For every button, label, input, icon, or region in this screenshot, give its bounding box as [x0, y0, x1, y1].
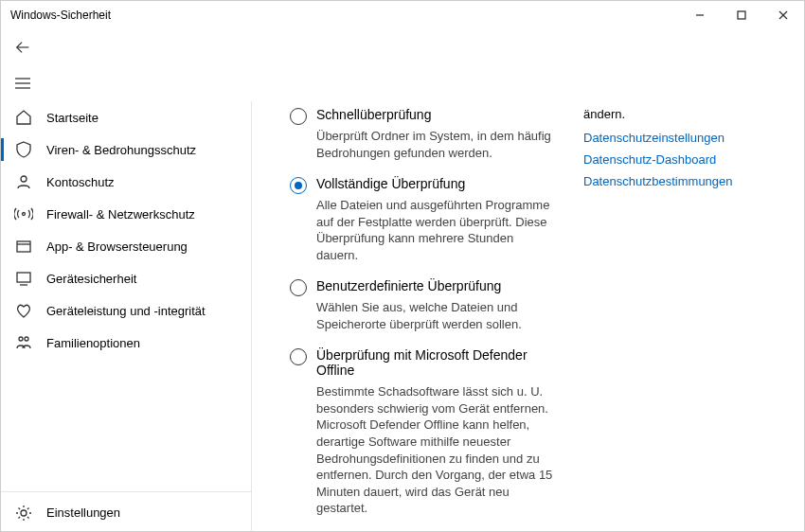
sidebar-item-label: App- & Browsersteuerung: [46, 239, 188, 254]
hamburger-row: [1, 67, 804, 101]
option-desc: Wählen Sie aus, welche Dateien und Speic…: [316, 299, 555, 332]
window-title: Windows-Sicherheit: [10, 9, 679, 22]
svg-rect-1: [738, 11, 745, 19]
sidebar-item-label: Viren- & Bedrohungsschutz: [46, 143, 196, 157]
sidebar-item-firewall[interactable]: Firewall- & Netzwerkschutz: [1, 198, 251, 230]
sidebar-item-label: Firewall- & Netzwerkschutz: [46, 207, 195, 222]
device-icon: [14, 269, 33, 288]
right-text: ändern.: [583, 107, 773, 121]
person-icon: [14, 172, 33, 191]
option-title: Vollständige Überprüfung: [316, 176, 465, 191]
app-icon: [14, 237, 33, 256]
sidebar-item-settings[interactable]: Einstellungen: [1, 491, 251, 532]
gear-icon: [14, 504, 33, 523]
heart-icon: [14, 301, 33, 320]
titlebar: Windows-Sicherheit: [1, 1, 804, 29]
option-desc: Bestimmte Schadsoftware lässt sich u. U.…: [316, 383, 555, 516]
sidebar-item-virus[interactable]: Viren- & Bedrohungsschutz: [1, 133, 251, 166]
radio-icon: [290, 279, 307, 296]
radio-option-quick[interactable]: Schnellüberprüfung: [290, 107, 555, 128]
sidebar-item-app[interactable]: App- & Browsersteuerung: [1, 230, 251, 262]
svg-point-16: [21, 510, 27, 516]
sidebar-item-label: Familienoptionen: [46, 336, 140, 350]
svg-point-15: [25, 337, 28, 341]
link-privacy-settings[interactable]: Datenschutzeinstellungen: [583, 131, 773, 145]
link-privacy-dashboard[interactable]: Datenschutz-Dashboard: [583, 152, 773, 167]
sidebar-item-label: Startseite: [46, 111, 98, 125]
radio-option-offline[interactable]: Überprüfung mit Microsoft Defender Offli…: [290, 347, 555, 383]
close-button[interactable]: [762, 1, 804, 29]
scan-options: Schnellüberprüfung Überprüft Ordner im S…: [290, 107, 555, 532]
sidebar-item-family[interactable]: Familienoptionen: [1, 327, 251, 359]
radio-option-custom[interactable]: Benutzerdefinierte Überprüfung: [290, 278, 555, 299]
option-title: Überprüfung mit Microsoft Defender Offli…: [316, 347, 555, 378]
shield-icon: [14, 140, 33, 159]
sidebar-item-label: Gerätesicherheit: [46, 272, 136, 286]
hamburger-button[interactable]: [15, 77, 30, 93]
radio-icon: [290, 348, 307, 365]
sidebar-item-device[interactable]: Gerätesicherheit: [1, 262, 251, 294]
maximize-button[interactable]: [721, 1, 762, 29]
right-column: ändern. Datenschutzeinstellungen Datensc…: [583, 107, 773, 532]
radio-icon: [290, 177, 307, 194]
sidebar-item-home[interactable]: Startseite: [1, 101, 251, 133]
main-container: Startseite Viren- & Bedrohungsschutz Kon…: [1, 101, 804, 532]
option-title: Benutzerdefinierte Überprüfung: [316, 278, 501, 293]
nav-list: Startseite Viren- & Bedrohungsschutz Kon…: [1, 101, 251, 491]
sidebar-item-health[interactable]: Geräteleistung und -integrität: [1, 294, 251, 327]
svg-rect-12: [17, 273, 30, 282]
radio-icon: [290, 108, 307, 125]
sidebar-item-label: Einstellungen: [46, 505, 120, 520]
svg-rect-10: [17, 241, 30, 252]
network-icon: [14, 204, 33, 223]
sidebar-item-account[interactable]: Kontoschutz: [1, 166, 251, 198]
option-title: Schnellüberprüfung: [316, 107, 431, 122]
sidebar-item-label: Geräteleistung und -integrität: [46, 304, 206, 318]
home-icon: [14, 108, 33, 127]
family-icon: [14, 333, 33, 352]
sidebar-item-label: Kontoschutz: [46, 175, 115, 189]
svg-point-14: [19, 337, 23, 341]
sidebar: Startseite Viren- & Bedrohungsschutz Kon…: [1, 101, 252, 532]
back-row: [1, 29, 804, 67]
link-privacy-policy[interactable]: Datenschutzbestimmungen: [583, 174, 773, 188]
option-desc: Alle Dateien und ausgeführten Programme …: [316, 197, 555, 263]
minimize-button[interactable]: [679, 1, 721, 29]
svg-point-8: [21, 176, 27, 182]
back-button[interactable]: [14, 39, 31, 59]
content: Schnellüberprüfung Überprüft Ordner im S…: [252, 101, 804, 532]
option-desc: Überprüft Ordner im System, in dem häufi…: [316, 128, 555, 161]
svg-point-9: [23, 213, 26, 216]
radio-option-full[interactable]: Vollständige Überprüfung: [290, 176, 555, 197]
window-controls: [679, 1, 804, 29]
